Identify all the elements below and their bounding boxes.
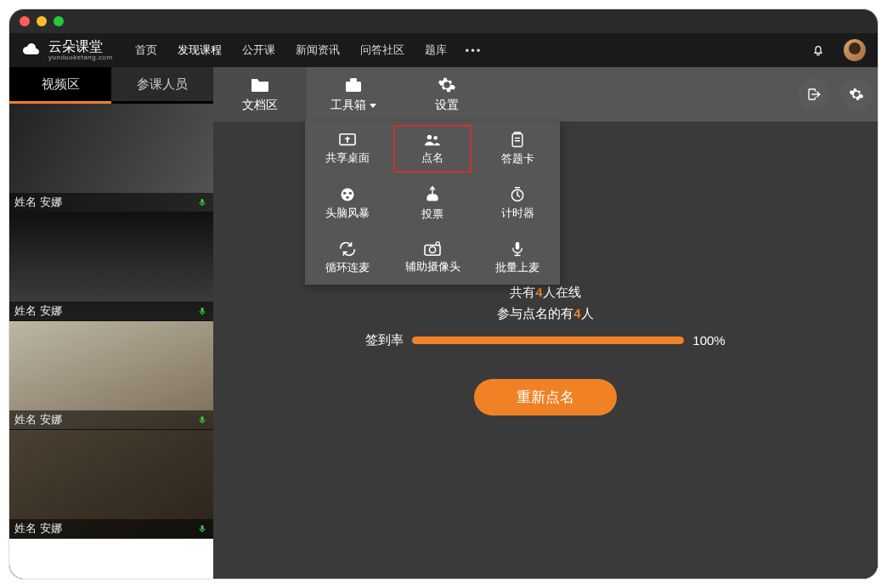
briefcase-icon: [343, 76, 364, 94]
user-avatar[interactable]: [844, 39, 866, 61]
video-tile[interactable]: 姓名 安娜: [9, 104, 213, 212]
mic-icon: [510, 240, 525, 257]
svg-rect-18: [516, 241, 520, 249]
nav-bank[interactable]: 题库: [423, 42, 449, 58]
tool-answer-sheet[interactable]: 答题卡: [475, 122, 560, 176]
mic-icon: [196, 196, 208, 208]
nav-discover[interactable]: 发现课程: [176, 42, 223, 58]
close-dot[interactable]: [20, 16, 30, 26]
clock-icon: [509, 186, 526, 203]
toolbar-toolbox-label: 工具箱: [331, 98, 366, 113]
toolbar-docs-label: 文档区: [242, 98, 278, 113]
exit-button[interactable]: [798, 78, 830, 110]
users-icon: [423, 133, 442, 148]
svg-rect-0: [201, 199, 204, 204]
nav-news[interactable]: 新闻资讯: [294, 42, 342, 58]
video-panel-empty-area: [9, 539, 213, 579]
tap-icon: [424, 185, 441, 204]
svg-point-10: [342, 188, 354, 201]
nav-more-icon[interactable]: •••: [466, 44, 483, 57]
minimize-dot[interactable]: [37, 16, 47, 26]
toolbar-settings-label: 设置: [435, 98, 459, 113]
nav-qa[interactable]: 问答社区: [359, 42, 406, 58]
loop-icon: [338, 240, 357, 257]
svg-rect-9: [512, 133, 523, 146]
gear-icon: [438, 76, 456, 94]
toolbar: 文档区 工具箱 设置: [213, 67, 878, 122]
maximize-dot[interactable]: [54, 16, 64, 26]
film-icon: [339, 186, 356, 203]
camera-add-icon: [423, 241, 442, 257]
app-window: 云朵课堂 yunduoketang.com 首页 发现课程 公开课 新闻资讯 问…: [8, 8, 879, 580]
nav-home[interactable]: 首页: [133, 42, 159, 58]
titlebar: [9, 9, 878, 33]
tool-batch-mic[interactable]: 批量上麦: [475, 230, 560, 285]
mic-icon: [196, 523, 208, 534]
chevron-down-icon: [370, 104, 376, 108]
tab-video[interactable]: 视频区: [9, 67, 111, 101]
tab-participants[interactable]: 参课人员: [111, 67, 213, 101]
brand-name: 云朵课堂: [48, 40, 103, 54]
video-tile[interactable]: 姓名 安娜: [9, 430, 213, 539]
svg-rect-1: [201, 308, 204, 313]
participant-label: 姓名 安娜: [14, 195, 62, 210]
svg-rect-3: [201, 525, 204, 530]
brand-logo[interactable]: 云朵课堂 yunduoketang.com: [21, 40, 113, 61]
toolbar-settings[interactable]: 设置: [400, 67, 494, 122]
tool-loop-mic[interactable]: 循环连麦: [305, 230, 390, 285]
tool-roll-call[interactable]: 点名: [390, 122, 475, 176]
mic-icon: [196, 305, 208, 317]
brand-sub: yunduoketang.com: [48, 54, 113, 61]
sheet-icon: [509, 132, 526, 149]
attendance-row: 签到率 100%: [365, 332, 725, 348]
folder-icon: [250, 76, 270, 94]
participant-count: 参与点名的有4人: [497, 306, 593, 322]
svg-point-11: [343, 191, 346, 194]
svg-rect-2: [201, 416, 204, 421]
attendance-label: 签到率: [365, 332, 404, 348]
participant-label: 姓名 安娜: [14, 303, 62, 319]
svg-point-13: [346, 195, 348, 198]
exit-icon: [806, 87, 822, 102]
online-count: 共有4人在线: [510, 285, 580, 301]
tool-share-screen[interactable]: 共享桌面: [305, 122, 390, 176]
main-panel: 文档区 工具箱 设置: [213, 67, 878, 579]
attendance-bar: [412, 336, 684, 344]
video-tile[interactable]: 姓名 安娜: [9, 212, 213, 321]
toolbar-toolbox[interactable]: 工具箱: [307, 67, 400, 122]
settings-round-button[interactable]: [840, 78, 873, 110]
tool-aux-camera[interactable]: 辅助摄像头: [390, 230, 475, 285]
tool-timer[interactable]: 计时器: [475, 176, 560, 230]
svg-point-7: [427, 134, 432, 139]
participant-label: 姓名 安娜: [14, 521, 62, 536]
toolbar-docs[interactable]: 文档区: [213, 67, 307, 122]
svg-point-12: [349, 191, 352, 194]
body-area: 视频区 参课人员 姓名 安娜 姓名 安娜: [9, 67, 878, 579]
svg-point-8: [433, 136, 437, 140]
notifications-icon[interactable]: [811, 42, 825, 58]
toolbox-panel: 共享桌面 点名 答题卡 头脑风暴 投票: [305, 122, 560, 285]
rollcall-again-button[interactable]: 重新点名: [474, 379, 617, 416]
participant-label: 姓名 安娜: [14, 412, 62, 427]
svg-rect-5: [350, 78, 357, 82]
tool-vote[interactable]: 投票: [390, 176, 475, 230]
video-tile[interactable]: 姓名 安娜: [9, 321, 213, 430]
topbar: 云朵课堂 yunduoketang.com 首页 发现课程 公开课 新闻资讯 问…: [9, 33, 878, 67]
video-panel: 视频区 参课人员 姓名 安娜 姓名 安娜: [9, 67, 213, 579]
attendance-value: 100%: [692, 333, 725, 348]
cloud-icon: [21, 42, 43, 59]
tool-brainstorm[interactable]: 头脑风暴: [305, 176, 390, 230]
svg-rect-4: [346, 82, 361, 92]
mic-icon: [196, 414, 208, 426]
gear-icon: [849, 87, 864, 102]
nav-open-class[interactable]: 公开课: [240, 42, 277, 58]
screen-share-icon: [338, 133, 357, 148]
svg-point-16: [429, 246, 435, 252]
